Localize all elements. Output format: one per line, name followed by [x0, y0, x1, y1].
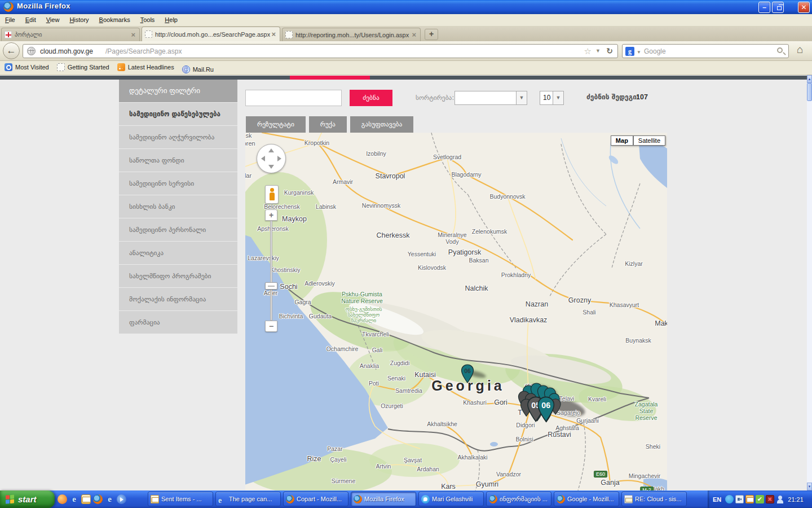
search-box[interactable]: g ▼ Google — [622, 44, 789, 58]
map-pan-control[interactable] — [257, 144, 286, 173]
menu-bookmarks[interactable]: Bookmarks — [94, 14, 135, 25]
bookmark-latest-headlines[interactable]: Latest Headlines — [117, 63, 174, 71]
pegman-control[interactable] — [265, 185, 279, 204]
taskbar-button-label: Mari Gelashvili — [432, 496, 473, 502]
start-button[interactable]: start — [0, 491, 55, 508]
filter-tab[interactable]: რეზულტატი — [246, 116, 306, 133]
tray-skype-icon[interactable] — [725, 495, 734, 503]
filter-tab[interactable]: რუქა — [309, 116, 347, 133]
scroll-up-icon[interactable]: ▲ — [807, 75, 812, 83]
bookmark-label: Latest Headlines — [128, 64, 174, 71]
sidebar-item[interactable]: მოქალაქის ინფორმაცია — [119, 288, 237, 310]
bookmark-most-visited[interactable]: Most Visited — [5, 63, 49, 71]
zoom-slider-handle[interactable] — [265, 282, 277, 290]
bookmark-mail-ru[interactable]: Mail.Ru — [182, 65, 214, 73]
tray-alert-icon[interactable] — [766, 495, 774, 503]
url-bar[interactable]: cloud.moh.gov.ge /Pages/SearchPage.aspx … — [23, 44, 618, 58]
sidebar-item[interactable]: საწოლთა ფონდი — [119, 149, 237, 172]
menu-tools[interactable]: Tools — [135, 14, 160, 25]
sort-select[interactable]: ▼ — [454, 91, 527, 105]
google-engine-icon[interactable]: g — [625, 47, 634, 56]
restore-button[interactable] — [772, 2, 784, 13]
back-button[interactable]: ← — [3, 42, 20, 59]
taskbar-button[interactable]: ინფორმაციის ... — [486, 492, 551, 506]
tray-person-icon[interactable] — [776, 495, 784, 503]
tray-check-icon[interactable] — [756, 495, 764, 503]
ic-firefox-icon — [286, 495, 294, 503]
satellite-button[interactable]: Satellite — [633, 135, 665, 146]
taskbar-button[interactable]: Mozilla Firefox — [351, 492, 416, 506]
sidebar-item[interactable]: სამედიცინო აღჭურვილობა — [119, 126, 237, 148]
pan-down-icon[interactable] — [268, 165, 274, 169]
close-button[interactable]: ✕ — [798, 2, 810, 13]
page-size-select[interactable]: 10▼ — [540, 91, 564, 105]
ql-media-icon[interactable] — [117, 494, 126, 504]
browser-tab[interactable]: პორტალი× — [1, 28, 140, 41]
menu-history[interactable]: History — [64, 14, 94, 25]
sidebar: დეტალური ფილტრი სამედიცინო დაწესებულებას… — [119, 80, 237, 334]
zoom-slider-track[interactable] — [270, 221, 272, 321]
map-marker[interactable]: 06 — [537, 396, 555, 422]
bookmark-getting-started[interactable]: Getting Started — [57, 63, 109, 71]
new-tab-button[interactable]: + — [425, 29, 438, 40]
search-button[interactable]: ძებნა — [350, 90, 392, 106]
scrollbar-thumb[interactable] — [807, 83, 812, 101]
magnifier-icon[interactable] — [777, 47, 783, 53]
pan-right-icon[interactable] — [277, 156, 281, 161]
taskbar-button-label: Google - Mozill... — [567, 496, 614, 502]
sidebar-item[interactable]: სისხლის ბანკი — [119, 195, 237, 218]
tab-close-icon[interactable]: × — [411, 31, 417, 38]
pan-up-icon[interactable] — [268, 148, 274, 152]
fav-dashed-icon — [285, 31, 293, 38]
taskbar-button[interactable]: Mari Gelashvili — [418, 492, 484, 506]
browser-tab[interactable]: http://cloud.moh.go...es/SearchPage.aspx… — [142, 27, 280, 41]
engine-dropdown-icon[interactable]: ▼ — [637, 50, 641, 55]
sidebar-item[interactable]: ფარმაცია — [119, 311, 237, 334]
chevron-down-icon[interactable]: ▼ — [516, 91, 527, 104]
map-button[interactable]: Map — [611, 135, 633, 146]
menu-view[interactable]: View — [41, 14, 65, 25]
sidebar-item[interactable]: სახელმწიფო პროგრამები — [119, 265, 237, 287]
scroll-down-icon[interactable]: ▼ — [807, 483, 812, 491]
menu-help[interactable]: Help — [160, 14, 183, 25]
tray-mail-icon[interactable] — [745, 495, 754, 503]
globe-icon — [27, 47, 36, 55]
clock[interactable]: 21:21 — [788, 496, 804, 503]
ql-agent-icon[interactable] — [58, 494, 67, 504]
chevron-down-icon[interactable]: ▼ — [553, 91, 563, 104]
taskbar-button[interactable]: Sent Items - ... — [148, 492, 213, 506]
taskbar-button[interactable]: The page can... — [215, 492, 281, 506]
taskbar-button[interactable]: Copart - Mozill... — [283, 492, 348, 506]
sidebar-item[interactable]: სამედიცინო სერვისი — [119, 172, 237, 195]
ql-mail-icon[interactable] — [81, 494, 91, 504]
map-canvas[interactable]: skKorenlarKropotkinIzobilnySvetlogradBla… — [245, 133, 667, 491]
sidebar-item[interactable]: სამედიცინო დაწესებულება — [119, 103, 237, 125]
menu-edit[interactable]: Edit — [20, 14, 41, 25]
keyword-input[interactable] — [245, 90, 342, 106]
bookmark-star-icon[interactable]: ☆ — [584, 46, 592, 56]
page-scrollbar[interactable]: ▲ ▼ — [807, 75, 812, 491]
taskbar-button-label: RE: Cloud - sis... — [635, 496, 682, 502]
zoom-out-button[interactable]: − — [265, 321, 277, 332]
language-indicator[interactable]: EN — [710, 495, 724, 504]
ql-ie-icon[interactable] — [69, 494, 79, 504]
sidebar-item[interactable]: სამედიცინო პერსონალი — [119, 218, 237, 241]
ql-ie2-icon[interactable] — [105, 494, 114, 504]
tray-speaker-icon[interactable] — [735, 495, 744, 503]
filter-tab[interactable]: გასუფთავება — [350, 116, 414, 133]
map-marker[interactable]: 06 — [461, 364, 474, 383]
sidebar-item[interactable]: ანალიტიკა — [119, 242, 237, 264]
reload-icon[interactable]: ↻ — [606, 46, 613, 55]
taskbar-button[interactable]: Google - Mozill... — [554, 492, 619, 506]
tab-close-icon[interactable]: × — [130, 31, 136, 38]
pan-left-icon[interactable] — [261, 156, 265, 161]
minimize-button[interactable]: – — [758, 2, 770, 13]
ql-firefox-icon[interactable] — [93, 494, 103, 504]
url-dropdown-icon[interactable]: ▼ — [595, 48, 601, 54]
home-icon[interactable]: ⌂ — [797, 43, 803, 56]
menu-file[interactable]: File — [0, 14, 20, 25]
taskbar-button[interactable]: RE: Cloud - sis... — [621, 492, 687, 506]
tab-close-icon[interactable]: × — [270, 30, 277, 38]
zoom-in-button[interactable]: + — [265, 209, 277, 221]
browser-tab[interactable]: http://reporting.moh...ty/Users/Login.as… — [282, 28, 421, 41]
